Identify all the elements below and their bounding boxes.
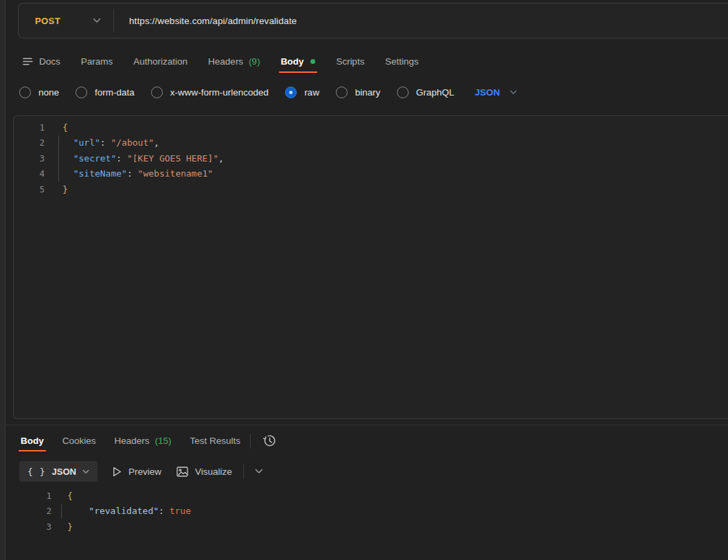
code-line: 3}: [13, 519, 728, 535]
braces-glyph-icon: { }: [27, 467, 45, 477]
body-type-label: none: [38, 87, 59, 98]
response-format-label: JSON: [52, 467, 76, 477]
response-toolbar: { } JSON Preview: [19, 460, 266, 482]
chevron-down-icon: [82, 469, 89, 474]
radio-icon: [285, 87, 297, 98]
indent-guide: [58, 166, 59, 182]
request-panel: POST https://website.com/api/admin/reval…: [6, 0, 728, 560]
visualize-label: Visualize: [195, 467, 232, 477]
code-line: 4 "siteName": "websitename1": [14, 166, 728, 182]
line-number: 2: [14, 137, 45, 148]
url-input[interactable]: https://website.com/api/admin/revalidate: [114, 16, 297, 26]
indent-guide: [58, 150, 59, 166]
body-type-row: noneform-datax-www-form-urlencodedrawbin…: [19, 82, 517, 102]
tab-scripts[interactable]: Scripts: [336, 49, 364, 73]
tab-count: (15): [155, 436, 172, 446]
code-text: {: [52, 491, 73, 501]
body-type-form-data[interactable]: form-data: [76, 87, 135, 98]
tab-label: Scripts: [336, 56, 364, 67]
body-type-x-www-form-urlencoded[interactable]: x-www-form-urlencoded: [151, 87, 269, 98]
line-number: 1: [14, 122, 45, 133]
line-number: 3: [14, 153, 45, 164]
preview-label: Preview: [128, 467, 161, 477]
tab-label: Body: [21, 436, 44, 446]
response-tabs-list: BodyCookiesHeaders(15)Test Results: [21, 430, 240, 451]
tab-label: Params: [81, 56, 113, 67]
tab-count: (9): [249, 56, 260, 67]
tab-label: Docs: [39, 56, 60, 67]
more-options-chevron[interactable]: [252, 466, 266, 477]
chevron-down-icon: [93, 18, 101, 23]
code-text: }: [52, 522, 73, 532]
left-edge-strip: [0, 0, 5, 560]
response-body-viewer[interactable]: 1{2 "revalidated": true3}: [13, 488, 728, 535]
response-tabs-divider: [250, 434, 251, 449]
response-tab-cookies[interactable]: Cookies: [62, 430, 96, 451]
response-tab-test-results[interactable]: Test Results: [190, 430, 241, 451]
radio-icon: [76, 87, 87, 98]
tab-label: Headers: [115, 436, 150, 446]
tab-authorization[interactable]: Authorization: [133, 49, 187, 73]
request-url-bar: POST https://website.com/api/admin/reval…: [18, 3, 728, 38]
body-type-label: x-www-form-urlencoded: [170, 87, 269, 98]
visualize-button[interactable]: Visualize: [177, 467, 232, 477]
body-type-binary[interactable]: binary: [336, 87, 380, 98]
tab-docs[interactable]: Docs: [23, 49, 60, 73]
code-text: "siteName": "websitename1": [45, 168, 213, 179]
raw-language-label: JSON: [475, 87, 500, 98]
code-text: "secret": "[KEY GOES HERE]",: [45, 153, 224, 164]
code-line: 1{: [14, 120, 728, 135]
unsaved-dot-icon: [310, 59, 315, 64]
tab-headers[interactable]: Headers(9): [208, 49, 260, 73]
tab-label: Authorization: [133, 56, 187, 67]
line-number: 1: [13, 491, 52, 501]
body-type-raw[interactable]: raw: [285, 87, 319, 98]
radio-icon: [336, 87, 348, 98]
radio-icon: [397, 87, 409, 98]
body-type-options: noneform-datax-www-form-urlencodedrawbin…: [19, 87, 470, 98]
code-line: 3 "secret": "[KEY GOES HERE]",: [14, 150, 728, 166]
method-select[interactable]: POST: [19, 3, 113, 38]
body-type-label: raw: [304, 87, 319, 98]
response-tab-headers[interactable]: Headers(15): [115, 430, 172, 451]
tab-settings[interactable]: Settings: [385, 49, 419, 73]
tab-label: Body: [281, 56, 304, 67]
rest-client-window: POST https://website.com/api/admin/reval…: [0, 0, 728, 560]
code-line: 1{: [13, 488, 728, 504]
method-label: POST: [35, 16, 60, 26]
tab-body[interactable]: Body: [281, 49, 316, 73]
code-line: 2 "url": "/about",: [14, 135, 728, 151]
code-line: 5}: [14, 181, 728, 197]
indent-guide: [61, 504, 62, 519]
tab-params[interactable]: Params: [81, 49, 113, 73]
line-number: 5: [14, 184, 45, 194]
history-clock-icon: [262, 433, 277, 449]
request-body-editor[interactable]: 1{2 "url": "/about",3 "secret": "[KEY GO…: [13, 115, 728, 419]
tab-label: Cookies: [62, 436, 96, 446]
code-text: }: [45, 184, 68, 194]
line-number: 2: [13, 506, 52, 516]
response-tab-body[interactable]: Body: [21, 430, 44, 451]
line-number: 4: [14, 168, 45, 179]
body-type-graphql[interactable]: GraphQL: [397, 87, 455, 98]
body-type-none[interactable]: none: [19, 87, 59, 98]
code-text: "revalidated": true: [52, 506, 191, 516]
code-text: "url": "/about",: [45, 137, 159, 148]
section-divider: [6, 425, 728, 425]
response-format-select[interactable]: { } JSON: [19, 461, 98, 482]
raw-language-select[interactable]: JSON: [475, 87, 517, 98]
request-tabs: DocsParamsAuthorizationHeaders(9)BodyScr…: [23, 49, 418, 73]
radio-icon: [151, 87, 163, 98]
history-button[interactable]: [260, 432, 278, 450]
tab-label: Test Results: [190, 436, 241, 446]
tab-label: Settings: [385, 56, 419, 67]
code-line: 2 "revalidated": true: [13, 504, 728, 519]
radio-icon: [19, 87, 31, 98]
code-text: {: [45, 122, 68, 133]
line-number: 3: [13, 522, 52, 532]
indent-guide: [58, 135, 59, 151]
body-type-label: form-data: [95, 87, 135, 98]
body-type-label: GraphQL: [416, 87, 455, 98]
response-tabs: BodyCookiesHeaders(15)Test Results: [21, 430, 278, 451]
preview-button[interactable]: Preview: [113, 467, 161, 477]
